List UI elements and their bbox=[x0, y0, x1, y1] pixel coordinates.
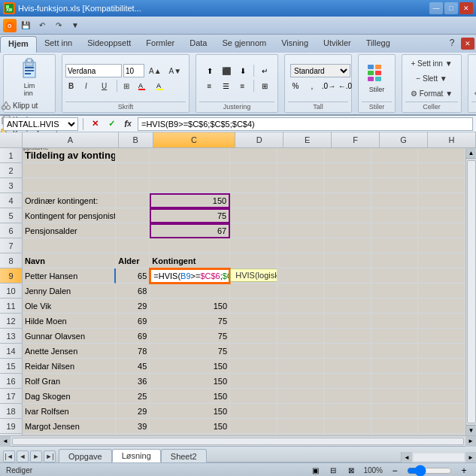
cell-F11[interactable] bbox=[324, 299, 371, 314]
cell-B12[interactable]: 69 bbox=[116, 314, 150, 329]
cell-D7[interactable] bbox=[230, 238, 277, 253]
cell-D14[interactable] bbox=[230, 344, 277, 359]
bold-btn[interactable]: B bbox=[65, 79, 80, 92]
border-btn[interactable]: ⊞ bbox=[120, 79, 132, 92]
sheet-nav-prev[interactable]: ◄ bbox=[17, 450, 29, 462]
tab-data[interactable]: Data bbox=[182, 36, 214, 53]
wrap-text-btn[interactable]: ↵ bbox=[257, 64, 272, 77]
scroll-right-btn[interactable]: ► bbox=[465, 436, 476, 447]
tab-hjem[interactable]: Hjem bbox=[0, 36, 37, 53]
select-all-corner[interactable] bbox=[0, 132, 23, 147]
cell-B9[interactable]: 65 bbox=[116, 268, 150, 283]
cell-B4[interactable] bbox=[116, 193, 150, 208]
tab-utvikler[interactable]: Utvikler bbox=[316, 36, 359, 53]
cell-B7[interactable] bbox=[116, 238, 150, 253]
formula-input[interactable] bbox=[138, 117, 473, 131]
cell-G9[interactable] bbox=[371, 268, 419, 283]
font-name-input[interactable] bbox=[65, 64, 122, 77]
cell-A18[interactable]: Ivar Rolfsen bbox=[23, 404, 116, 419]
cell-H8[interactable] bbox=[418, 253, 465, 268]
cell-H6[interactable] bbox=[418, 223, 465, 238]
vertical-scrollbar[interactable]: ▲ ▼ bbox=[465, 148, 476, 435]
cell-F7[interactable] bbox=[324, 238, 371, 253]
cell-E1[interactable] bbox=[277, 148, 325, 163]
align-right-btn[interactable]: ≡ bbox=[235, 79, 250, 92]
cell-C18[interactable]: 150 bbox=[150, 404, 230, 419]
cell-G12[interactable] bbox=[371, 314, 419, 329]
row-header-2[interactable]: 2 bbox=[0, 163, 22, 178]
cell-C1[interactable] bbox=[150, 148, 230, 163]
cell-H10[interactable] bbox=[418, 283, 465, 299]
name-box[interactable]: ANTALL.HVIS bbox=[3, 117, 78, 131]
cell-F5[interactable] bbox=[324, 208, 371, 223]
cell-F10[interactable] bbox=[324, 283, 371, 299]
cell-E13[interactable] bbox=[277, 329, 325, 344]
minimize-button[interactable]: — bbox=[429, 2, 443, 14]
page-break-btn[interactable]: ⊠ bbox=[345, 465, 357, 476]
col-header-H[interactable]: H bbox=[428, 132, 476, 147]
cell-H2[interactable] bbox=[418, 163, 465, 178]
cell-A19[interactable]: Margot Jensen bbox=[23, 419, 116, 434]
cell-D4[interactable] bbox=[230, 193, 277, 208]
cell-D11[interactable] bbox=[230, 299, 277, 314]
row-header-19[interactable]: 19 bbox=[0, 419, 22, 434]
row-header-13[interactable]: 13 bbox=[0, 329, 22, 344]
cancel-formula-btn[interactable]: ✕ bbox=[88, 117, 102, 131]
cell-C20[interactable]: 75 bbox=[150, 434, 230, 435]
cell-A17[interactable]: Dag Skogen bbox=[23, 389, 116, 404]
zoom-out-btn[interactable]: − bbox=[389, 465, 401, 476]
tab-tillegg[interactable]: Tillegg bbox=[359, 36, 398, 53]
cell-G14[interactable] bbox=[371, 344, 419, 359]
cell-B13[interactable]: 69 bbox=[116, 329, 150, 344]
cell-D19[interactable] bbox=[230, 419, 277, 434]
tab-se-gjennom[interactable]: Se gjennom bbox=[214, 36, 274, 53]
cell-B15[interactable]: 45 bbox=[116, 359, 150, 374]
row-header-15[interactable]: 15 bbox=[0, 359, 22, 374]
styles-btn[interactable]: Stiler bbox=[362, 58, 392, 99]
decrease-decimal-btn[interactable]: ←.0 bbox=[338, 79, 353, 92]
cell-H19[interactable] bbox=[418, 419, 465, 434]
cell-G16[interactable] bbox=[371, 374, 419, 389]
cell-G8[interactable] bbox=[371, 253, 419, 268]
cell-D16[interactable] bbox=[230, 374, 277, 389]
cell-G13[interactable] bbox=[371, 329, 419, 344]
format-cells-btn[interactable]: ⚙ Format ▼ bbox=[408, 86, 456, 100]
cell-B2[interactable] bbox=[116, 163, 150, 178]
sheet-tab-sheet2[interactable]: Sheet2 bbox=[161, 449, 207, 462]
delete-cells-btn[interactable]: − Slett ▼ bbox=[413, 71, 450, 85]
cell-D1[interactable] bbox=[230, 148, 277, 163]
cell-B16[interactable]: 36 bbox=[116, 374, 150, 389]
sheet-scroll-right[interactable]: ► bbox=[465, 452, 476, 462]
sheet-tab-losning[interactable]: Løsning bbox=[112, 449, 161, 462]
cell-H16[interactable] bbox=[418, 374, 465, 389]
zoom-slider[interactable] bbox=[407, 468, 452, 474]
cell-G4[interactable] bbox=[371, 193, 419, 208]
cell-A20[interactable]: Erik Pettersen bbox=[23, 434, 116, 435]
cell-G6[interactable] bbox=[371, 223, 419, 238]
cell-H1[interactable] bbox=[418, 148, 465, 163]
cell-A2[interactable] bbox=[23, 163, 116, 178]
redo-btn[interactable]: ↷ bbox=[51, 19, 66, 32]
cell-D9[interactable]: HVIS(logisk_test; [sann]; [usann]) bbox=[230, 268, 277, 283]
cell-A4[interactable]: Ordinær kontingent: bbox=[23, 193, 116, 208]
col-header-F[interactable]: F bbox=[332, 132, 380, 147]
zoom-in-btn[interactable]: + bbox=[458, 465, 470, 476]
cell-B5[interactable] bbox=[116, 208, 150, 223]
font-size-input[interactable] bbox=[123, 64, 144, 77]
cell-D17[interactable] bbox=[230, 389, 277, 404]
cell-C8[interactable]: Kontingent bbox=[150, 253, 230, 268]
cell-F20[interactable] bbox=[324, 434, 371, 435]
cell-A14[interactable]: Anette Jensen bbox=[23, 344, 116, 359]
cell-F9[interactable] bbox=[324, 268, 371, 283]
cell-F1[interactable] bbox=[324, 148, 371, 163]
sheet-nav-last[interactable]: ►| bbox=[44, 450, 56, 462]
cell-H17[interactable] bbox=[418, 389, 465, 404]
cell-G15[interactable] bbox=[371, 359, 419, 374]
cell-C15[interactable]: 150 bbox=[150, 359, 230, 374]
row-header-11[interactable]: 11 bbox=[0, 299, 22, 314]
col-header-A[interactable]: A bbox=[23, 132, 119, 147]
cell-A13[interactable]: Gunnar Olavsen bbox=[23, 329, 116, 344]
tab-visning[interactable]: Visning bbox=[274, 36, 316, 53]
sheet-tab-oppgave[interactable]: Oppgave bbox=[59, 449, 112, 462]
sheet-scroll-left[interactable]: ◄ bbox=[402, 452, 412, 462]
